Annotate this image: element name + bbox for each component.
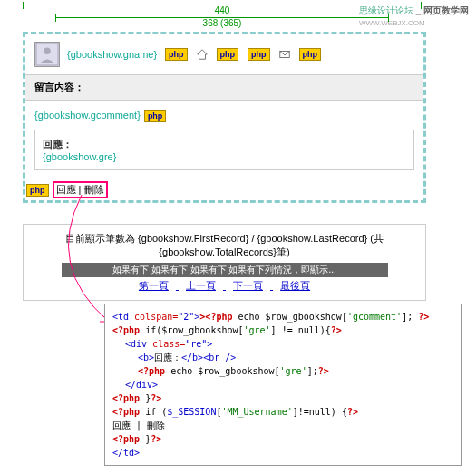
gre-field: {gbookshow.gre}: [43, 151, 116, 162]
gcomment-field: {gbookshow.gcomment}: [34, 110, 141, 121]
ruler-inner: 368 (365): [203, 18, 242, 28]
last-page[interactable]: 最後頁: [280, 280, 310, 291]
svg-point-1: [44, 48, 50, 54]
avatar-placeholder: [34, 42, 60, 67]
php-badge-4: php: [299, 48, 322, 61]
reply-link[interactable]: 回應: [56, 184, 76, 195]
reply-box: 回應： {gbookshow.gre}: [34, 130, 414, 170]
delete-link[interactable]: 刪除: [84, 184, 104, 195]
php-badge-2: php: [217, 48, 239, 61]
php-badge-5: php: [144, 110, 167, 122]
content-body: {gbookshow.gcomment} php 回應： {gbookshow.…: [25, 101, 423, 179]
header-row: {gbookshow.gname} php php php php: [25, 34, 423, 74]
actions-row: php 回應 | 刪除: [25, 179, 423, 200]
php-badge-6: php: [26, 184, 49, 197]
gname-field: {gbookshow.gname}: [67, 49, 157, 60]
home-icon: [196, 48, 209, 61]
php-badge-1: php: [165, 48, 188, 61]
content-header: 留言内容：: [25, 74, 423, 101]
condition-bar: 如果有下 如果有下 如果有下 如果有下列情況，即顯示...: [62, 263, 388, 277]
next-page[interactable]: 下一頁: [233, 280, 263, 291]
reply-label: 回應：: [43, 139, 73, 150]
first-page[interactable]: 第一頁: [139, 280, 169, 291]
pagination-footer: 目前顯示筆數為 {gbookshow.FirstRecord} / {gbook…: [23, 224, 426, 301]
record-count: 目前顯示筆數為 {gbookshow.FirstRecord} / {gbook…: [29, 232, 420, 259]
code-snippet: <td colspan="2">><?php echo $row_gbooksh…: [104, 304, 462, 466]
action-highlight: 回應 | 刪除: [53, 181, 108, 198]
measurement-rulers: 440 368 (365): [23, 0, 431, 27]
template-preview: {gbookshow.gname} php php php php 留言内容： …: [23, 32, 426, 203]
prev-page[interactable]: 上一頁: [186, 280, 216, 291]
pagination-links: 第一頁 上一頁 下一頁 最後頁: [29, 279, 420, 293]
mail-icon: [278, 48, 291, 61]
php-badge-3: php: [248, 48, 270, 61]
ruler-outer: 440: [215, 5, 230, 15]
